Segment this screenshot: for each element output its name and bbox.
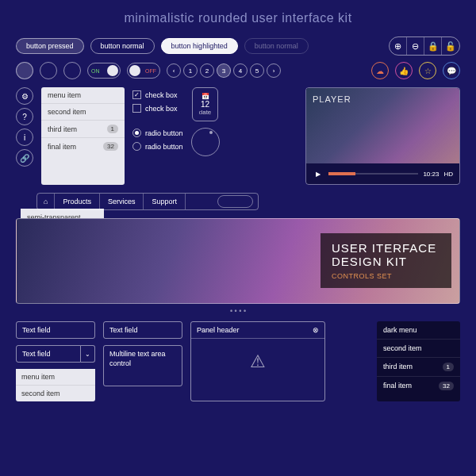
swatch[interactable] <box>40 62 57 79</box>
link-icon[interactable]: 🔗 <box>16 149 33 167</box>
unlock-icon[interactable]: 🔓 <box>442 37 459 55</box>
page-4[interactable]: 4 <box>233 63 248 78</box>
progress-bar[interactable] <box>328 173 418 175</box>
text-field[interactable]: Text field <box>16 321 95 339</box>
close-icon[interactable]: ⊗ <box>313 326 319 334</box>
form-controls: ✓check box check box radio button radio … <box>132 87 183 185</box>
play-icon[interactable]: ▶ <box>313 168 324 179</box>
menu-item[interactable]: second item <box>41 104 125 121</box>
warning-icon: ⚠ <box>191 339 324 385</box>
swatch-active[interactable] <box>16 62 33 79</box>
home-icon[interactable]: ⌂ <box>37 194 55 209</box>
swatch[interactable] <box>63 62 81 79</box>
page-prev-icon[interactable]: ‹ <box>167 63 181 78</box>
hero-banner: USER ITERFACEDESIGN KIT CONTROLS SET <box>16 218 460 304</box>
info-icon[interactable]: i <box>16 129 33 146</box>
help-icon[interactable]: ? <box>16 108 33 125</box>
social-thumb-icon[interactable]: 👍 <box>395 62 413 79</box>
menu-item[interactable]: third item1 <box>377 358 460 377</box>
lock-icon[interactable]: 🔒 <box>424 37 442 55</box>
combo-dropdown: menu item second item <box>16 369 95 401</box>
radio[interactable]: radio button <box>132 142 183 151</box>
dropdown-item[interactable]: menu item <box>16 369 95 386</box>
social-star-icon[interactable]: ☆ <box>419 62 436 79</box>
page-1[interactable]: 1 <box>183 63 198 78</box>
light-menu: menu item second item third item1 final … <box>41 87 125 185</box>
social-cloud-icon[interactable]: ☁ <box>371 62 389 79</box>
menu-item[interactable]: final item32 <box>377 377 460 395</box>
panel-title: Panel header <box>197 326 240 334</box>
minus-icon[interactable]: ⊖ <box>407 37 424 55</box>
icon-button-group: ⊕ ⊖ 🔒 🔓 <box>389 36 460 56</box>
social-chat-icon[interactable]: 💬 <box>443 62 460 79</box>
side-toolbar: ⚙ ? i 🔗 <box>16 87 33 185</box>
plus-icon[interactable]: ⊕ <box>390 37 407 55</box>
tab-support[interactable]: Support <box>144 194 186 209</box>
hero-title: USER ITERFACEDESIGN KIT <box>332 241 440 269</box>
player-time: 10:23 <box>423 171 439 178</box>
button-highlighted[interactable]: button highlighted <box>161 38 238 54</box>
menu-item[interactable]: third item1 <box>41 121 125 138</box>
page-2[interactable]: 2 <box>200 63 214 78</box>
search-input[interactable] <box>217 195 253 208</box>
calendar-icon: 📅 <box>199 93 212 100</box>
checkbox-checked[interactable]: ✓check box <box>132 90 183 99</box>
hero-subtitle: CONTROLS SET <box>332 272 440 280</box>
page-3[interactable]: 3 <box>217 63 231 78</box>
dial-control[interactable] <box>191 128 220 156</box>
textarea[interactable]: Multiline text area control <box>103 345 182 386</box>
toggle-on[interactable]: ON <box>87 63 121 79</box>
date-picker[interactable]: 📅 12 date <box>192 87 219 121</box>
player-label: PLAYER <box>313 94 351 104</box>
dark-menu: dark menu second item third item1 final … <box>377 321 460 401</box>
gear-icon[interactable]: ⚙ <box>16 87 33 105</box>
button-pressed[interactable]: button pressed <box>16 38 84 54</box>
media-player: PLAYER ▶ 10:23 HD <box>305 87 460 185</box>
radio-checked[interactable]: radio button <box>132 129 183 137</box>
checkbox[interactable]: check box <box>132 104 183 113</box>
pagination: ‹ 1 2 3 4 5 › <box>167 63 281 78</box>
page-5[interactable]: 5 <box>250 63 264 78</box>
dropdown-item[interactable]: second item <box>16 386 95 401</box>
menu-item[interactable]: dark menu <box>377 321 460 340</box>
button-normal[interactable]: button normal <box>90 38 155 54</box>
combo-field[interactable]: Text field <box>16 345 81 363</box>
tab-products[interactable]: Products <box>55 194 100 209</box>
text-field[interactable]: Text field <box>103 321 182 339</box>
page-next-icon[interactable]: › <box>267 63 281 78</box>
button-disabled: button normal <box>244 38 309 54</box>
menu-item[interactable]: menu item <box>41 87 125 104</box>
kit-title: minimalistic rounded user interface kit <box>0 0 476 33</box>
menu-item[interactable]: second item <box>377 340 460 358</box>
panel: Panel header ⊗ ⚠ <box>190 321 325 401</box>
menu-item[interactable]: final item32 <box>41 138 125 155</box>
chevron-down-icon[interactable]: ⌄ <box>81 345 95 363</box>
nav-bar: ⌂ Products Services Support <box>36 193 259 210</box>
tab-services[interactable]: Services <box>100 194 144 209</box>
toggle-off[interactable]: OFF <box>127 63 160 79</box>
carousel-dots[interactable]: • • • • <box>0 305 476 317</box>
player-hd: HD <box>443 171 453 178</box>
